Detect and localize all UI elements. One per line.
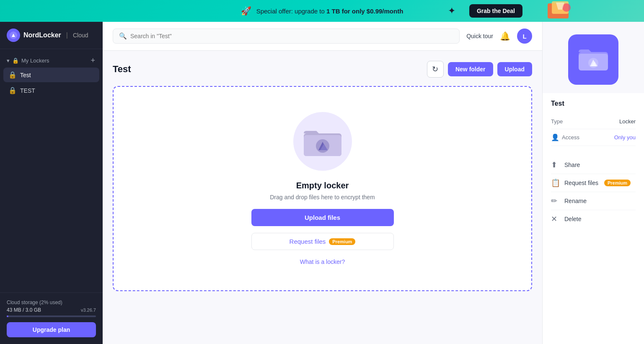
file-area-header: Test ↻ New folder Upload [113, 61, 532, 78]
search-input[interactable] [130, 33, 453, 39]
search-box: 🔍 [113, 29, 460, 44]
nordlocker-logo-svg [9, 31, 18, 39]
banner-text: Special offer: upgrade to 1 TB for only … [256, 8, 403, 15]
rename-icon: ✏ [551, 196, 560, 206]
page-title: Test [113, 64, 131, 75]
my-lockers-icon: 🔒 [12, 57, 19, 64]
access-row-left: 👤 Access [551, 133, 579, 141]
access-label: Access [562, 134, 579, 141]
storage-label: Cloud storage (2% used) [7, 300, 96, 305]
sidebar: NordLocker | Cloud ▾ 🔒 My Lockers + 🔒 Te… [0, 22, 103, 344]
request-files-button[interactable]: Request files Premium [251, 233, 394, 250]
logo-name: NordLocker [23, 31, 61, 39]
premium-badge: Premium [329, 238, 355, 245]
right-panel-folder-name: Test [551, 100, 636, 107]
share-icon: ⬆ [551, 160, 560, 169]
empty-locker-subtitle: Drag and drop files here to encrypt them [270, 194, 375, 201]
request-files-label: Request files [290, 238, 326, 245]
storage-version: v3.26.7 [81, 308, 96, 313]
sidebar-section-header: ▾ 🔒 My Lockers + [3, 54, 99, 67]
type-label: Type [551, 118, 563, 125]
logo-cloud: Cloud [73, 32, 88, 39]
request-files-action[interactable]: 📋 Request files Premium [551, 174, 636, 192]
grab-deal-button[interactable]: Grab the Deal [469, 4, 522, 18]
locker-icon-2: 🔒 [8, 86, 17, 94]
promo-banner: 🚀 Special offer: upgrade to 1 TB for onl… [0, 0, 644, 22]
rocket-icon: 🚀 [241, 6, 251, 16]
my-lockers-label: My Lockers [21, 57, 49, 64]
right-panel-actions: ⬆ Share 📋 Request files Premium ✏ Rename… [543, 153, 644, 231]
file-area: Test ↻ New folder Upload [103, 51, 542, 344]
right-panel-type-row: Type Locker [551, 114, 636, 129]
sidebar-item-test-label: Test [20, 72, 31, 78]
request-files-badge: Premium [604, 180, 631, 186]
folder-svg [304, 126, 341, 157]
access-value[interactable]: Only you [614, 134, 636, 141]
right-folder-svg [579, 47, 608, 72]
person-icon: 👤 [551, 133, 559, 141]
sidebar-item-test-upper-label: TEST [20, 87, 35, 94]
sidebar-item-test[interactable]: 🔒 Test [3, 68, 99, 82]
storage-size: 43 MB / 3.0 GB [7, 307, 41, 313]
sidebar-lockers-section: ▾ 🔒 My Lockers + 🔒 Test 🔒 TEST [0, 49, 103, 100]
share-action[interactable]: ⬆ Share [551, 156, 636, 174]
banner-art [543, 0, 577, 23]
content-area: 🔍 Quick tour 🔔 L Test ↻ New folder Uploa… [103, 22, 542, 344]
chevron-down-icon: ▾ [7, 57, 10, 64]
new-folder-button[interactable]: New folder [448, 62, 493, 76]
avatar[interactable]: L [517, 29, 532, 44]
right-panel: Test Type Locker 👤 Access Only you ⬆ Sha… [542, 22, 644, 344]
notifications-button[interactable]: 🔔 [500, 31, 510, 41]
empty-locker-title: Empty locker [296, 181, 349, 190]
sidebar-header: NordLocker | Cloud [0, 22, 103, 49]
logo-icon [7, 29, 20, 42]
right-panel-access-row: 👤 Access Only you [551, 129, 636, 146]
sidebar-item-test-upper[interactable]: 🔒 TEST [3, 83, 99, 98]
rename-action[interactable]: ✏ Rename [551, 192, 636, 210]
right-folder-icon [568, 34, 618, 85]
upload-files-button[interactable]: Upload files [251, 209, 394, 226]
delete-icon: ✕ [551, 214, 560, 224]
request-files-action-label: Request files [564, 180, 598, 186]
logo-divider: | [66, 31, 68, 39]
locker-icon: 🔒 [8, 71, 17, 79]
storage-bar-fill [7, 315, 8, 317]
search-icon: 🔍 [119, 32, 127, 40]
request-files-icon: 📋 [551, 178, 560, 188]
type-value: Locker [619, 118, 636, 125]
add-locker-button[interactable]: + [90, 56, 96, 65]
sidebar-section-header-left: ▾ 🔒 My Lockers [7, 57, 49, 64]
right-panel-folder [543, 22, 644, 93]
topbar-right: Quick tour 🔔 L [466, 29, 532, 44]
drop-zone: Empty locker Drag and drop files here to… [113, 86, 532, 291]
upload-button[interactable]: Upload [497, 62, 532, 76]
file-area-actions: ↻ New folder Upload [427, 61, 532, 78]
stars-decoration: ✦ [448, 5, 455, 16]
storage-bar-row: 43 MB / 3.0 GB v3.26.7 [7, 307, 96, 313]
upgrade-plan-button[interactable]: Upgrade plan [7, 322, 96, 337]
what-is-locker-button[interactable]: What is a locker? [300, 258, 345, 265]
rename-label: Rename [564, 198, 587, 204]
refresh-button[interactable]: ↻ [427, 61, 444, 78]
delete-action[interactable]: ✕ Delete [551, 210, 636, 228]
right-panel-info: Test Type Locker 👤 Access Only you [543, 93, 644, 153]
topbar: 🔍 Quick tour 🔔 L [103, 22, 542, 51]
empty-folder-illustration [293, 112, 352, 171]
share-label: Share [564, 162, 580, 168]
sidebar-footer: Cloud storage (2% used) 43 MB / 3.0 GB v… [0, 292, 103, 344]
delete-label: Delete [564, 216, 581, 222]
quick-tour-button[interactable]: Quick tour [466, 33, 493, 39]
storage-bar [7, 315, 96, 317]
